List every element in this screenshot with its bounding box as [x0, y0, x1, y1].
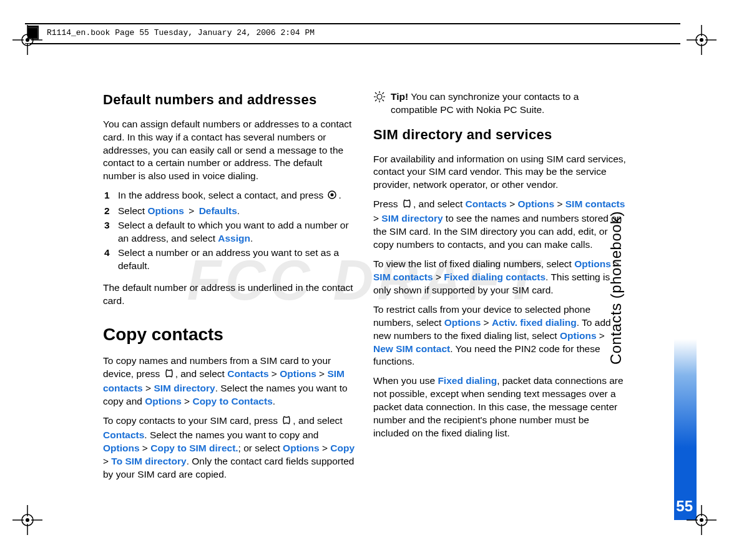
page-number-tab: 55 — [674, 339, 697, 520]
left-column: Default numbers and addresses You can as… — [103, 91, 356, 488]
svg-point-15 — [26, 518, 29, 522]
paragraph: To copy contacts to your SIM card, press… — [103, 415, 356, 481]
ui-option: SIM contacts — [565, 199, 625, 209]
list-item: 4 Select a number or an address you want… — [104, 247, 356, 273]
svg-point-9 — [700, 38, 703, 42]
crop-mark-icon — [687, 25, 717, 55]
ui-option: Contacts — [103, 430, 144, 440]
ui-option: SIM directory — [381, 213, 443, 224]
svg-line-34 — [375, 100, 377, 102]
paragraph: To copy names and numbers from a SIM car… — [103, 355, 356, 408]
tip-icon — [373, 91, 391, 117]
menu-key-icon — [281, 415, 291, 429]
paragraph: To view the list of fixed dialing number… — [373, 258, 626, 297]
list-item: 3 Select a default to which you want to … — [104, 219, 356, 245]
list-item: 1 In the address book, select a contact,… — [104, 189, 356, 204]
menu-key-icon — [402, 199, 412, 212]
heading-default-numbers: Default numbers and addresses — [103, 91, 356, 109]
svg-point-3 — [26, 38, 29, 42]
heading-sim-directory: SIM directory and services — [373, 125, 626, 144]
svg-point-21 — [700, 518, 703, 522]
side-tab: Contacts (phonebook) 55 — [667, 55, 697, 520]
crop-mark-icon — [12, 505, 42, 535]
crop-mark-icon — [687, 505, 717, 535]
ui-option: Copy to Contacts — [192, 396, 272, 406]
paragraph: For availability and information on usin… — [373, 153, 626, 192]
ui-option: Activ. fixed dialing — [492, 317, 577, 328]
ui-option: Copy — [330, 443, 355, 453]
heading-copy-contacts: Copy contacts — [103, 323, 356, 346]
ui-option: SIM contacts — [373, 272, 433, 282]
paragraph: Press , and select Contacts > Options > … — [373, 198, 626, 252]
ui-option: Options — [560, 330, 597, 341]
svg-line-33 — [383, 92, 384, 94]
running-head: R1114_en.book Page 55 Tuesday, January 2… — [47, 28, 652, 37]
ui-option: Options — [518, 199, 555, 209]
ui-option: Contacts — [466, 199, 507, 209]
ui-option: Defaults — [199, 205, 237, 216]
ui-option: Options — [283, 443, 320, 453]
page-body: Default numbers and addresses You can as… — [103, 91, 627, 488]
svg-point-25 — [331, 194, 334, 197]
ui-option: Assign — [218, 233, 250, 243]
ui-option: Options — [103, 443, 140, 453]
paragraph: The default number or address is underli… — [103, 282, 356, 308]
ui-option: Options — [147, 205, 184, 216]
svg-point-26 — [377, 94, 382, 99]
tip-body: You can synchronize your contacts to a c… — [391, 91, 579, 115]
paragraph: You can assign default numbers or addres… — [103, 118, 356, 184]
scroll-key-icon — [327, 190, 337, 204]
ui-option: Options — [280, 368, 316, 379]
ui-option: New SIM contact — [373, 343, 450, 354]
ui-option: Fixed dialing — [438, 375, 497, 386]
svg-line-31 — [375, 92, 377, 94]
ui-option: To SIM directory — [111, 456, 186, 466]
running-head-text: R1114_en.book Page 55 Tuesday, January 2… — [47, 28, 315, 37]
ui-option: Copy to SIM direct. — [150, 443, 238, 453]
section-label: Contacts (phonebook) — [607, 210, 625, 364]
list-item: 2 Select Options > Defaults. — [104, 205, 356, 218]
ui-option: Options — [145, 396, 182, 406]
svg-line-32 — [383, 100, 384, 102]
menu-key-icon — [164, 368, 174, 382]
tip-label: Tip! — [391, 91, 408, 102]
ui-option: Fixed dialing contacts — [444, 272, 546, 282]
paragraph: When you use Fixed dialing, packet data … — [373, 375, 626, 440]
ui-option: Options — [574, 258, 611, 269]
ordered-list: 1 In the address book, select a contact,… — [104, 189, 356, 273]
ui-option: SIM directory — [154, 383, 215, 393]
ui-option: Options — [444, 317, 481, 328]
paragraph: To restrict calls from your device to se… — [373, 303, 626, 369]
tip-callout: Tip! You can synchronize your contacts t… — [373, 91, 626, 117]
crop-mark-icon — [12, 25, 42, 55]
ui-option: Contacts — [227, 368, 268, 379]
right-column: Tip! You can synchronize your contacts t… — [373, 91, 626, 488]
